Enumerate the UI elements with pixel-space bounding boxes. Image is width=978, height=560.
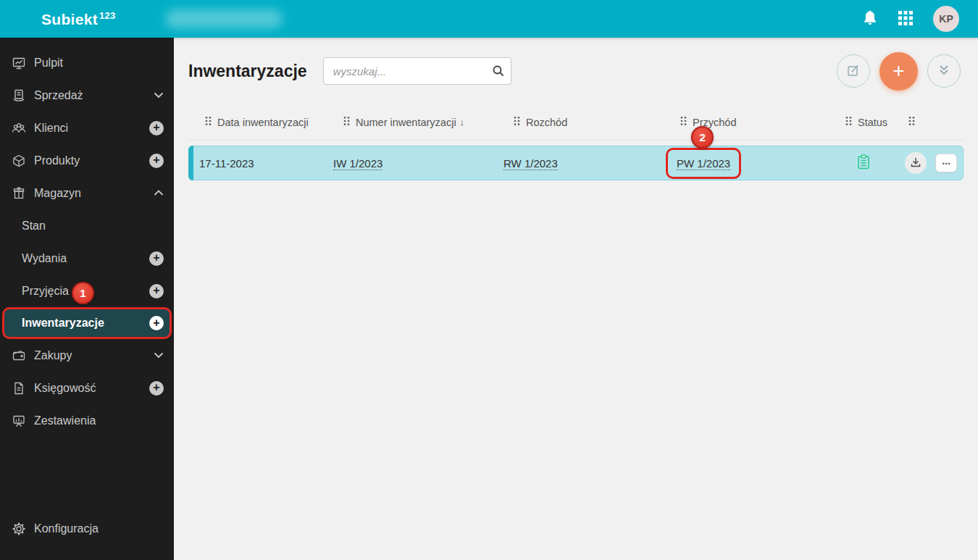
user-avatar[interactable]: KP [933,6,959,32]
app-logo: Subiekt123 [41,10,116,28]
dashboard-icon [10,56,28,70]
annotation-step-1-badge: 1 [72,282,94,304]
sidebar-item-produkty[interactable]: Produkty + [0,144,174,177]
column-label: Status [858,117,887,128]
sidebar-item-zestawienia[interactable]: Zestawienia [0,404,174,437]
status-completed-icon [857,154,870,172]
plus-icon: + [893,61,904,81]
drag-handle-icon[interactable] [343,116,350,128]
sidebar-item-stan[interactable]: Stan [0,209,174,242]
sidebar-item-sprzedaz[interactable]: Sprzedaż [0,79,174,112]
inventory-document-link[interactable]: IW 1/2023 [333,157,383,170]
sidebar-item-zakupy[interactable]: Zakupy [0,339,174,372]
edit-button[interactable] [837,54,870,88]
add-wydania-button[interactable]: + [149,251,164,266]
download-button[interactable] [905,152,927,174]
sidebar-gap [0,437,174,512]
sidebar-item-konfiguracja[interactable]: Konfiguracja [0,512,174,545]
drag-handle-icon[interactable] [845,116,852,128]
main-content: Inwentaryzacje + Data [174,38,978,560]
header-actions: + [837,52,961,91]
bell-icon [862,9,878,29]
table-row[interactable]: 17-11-2023 IW 1/2023 RW 1/2023 PW 1/2023… [188,146,964,180]
topbar-right-group: KP [862,0,959,38]
notifications-button[interactable] [862,9,878,29]
row-more-button[interactable]: ... [935,154,957,172]
inventory-table: Data inwentaryzacji Numer inwentaryzacji… [188,104,964,180]
drag-handle-icon[interactable] [680,116,687,128]
gear-icon [10,522,28,536]
cell-status [835,154,893,172]
sidebar-item-pulpit[interactable]: Pulpit [0,46,174,79]
sidebar-item-wydania[interactable]: Wydania + [0,242,174,275]
sidebar-nav: Pulpit Sprzedaż Klienci + Produkty + Mag… [0,38,174,560]
column-label: Numer inwentaryzacji [356,117,456,128]
drag-handle-icon[interactable] [514,116,520,128]
add-klienci-button[interactable]: + [149,121,164,135]
page-header: Inwentaryzacje + [174,38,978,104]
add-przyjecia-button[interactable]: + [149,284,164,298]
add-produkty-button[interactable]: + [149,154,164,168]
sidebar-item-klienci[interactable]: Klienci + [0,112,174,144]
column-header-date[interactable]: Data inwentaryzacji [188,116,327,128]
outflow-document-link[interactable]: RW 1/2023 [503,157,558,170]
chevron-down-icon[interactable] [154,92,164,99]
plus-circle-icon: + [149,316,164,330]
annotation-step-2-box: PW 1/2023 2 [666,148,741,179]
column-header-inflow[interactable]: Przychód [664,116,834,128]
cell-actions: ... [893,152,963,174]
app-logo-text: Subiekt [41,11,98,28]
add-button[interactable]: + [879,52,918,91]
plus-circle-icon: + [149,154,164,168]
sidebar-item-label: Magazyn [34,187,81,200]
sidebar-item-label: Pulpit [34,57,63,70]
plus-circle-icon: + [149,121,164,135]
sidebar-item-label: Inwentaryzacje [22,317,104,330]
download-icon [910,156,921,170]
table-header-row: Data inwentaryzacji Numer inwentaryzacji… [188,104,964,141]
column-header-outflow[interactable]: Rozchód [497,116,664,128]
column-label: Rozchód [526,117,567,128]
drag-handle-icon[interactable] [205,116,212,128]
sidebar-item-label: Konfiguracja [34,522,99,535]
apps-grid-icon [898,10,914,28]
search-box [323,57,511,85]
ellipsis-icon: ... [942,156,950,166]
add-ksiegowosc-button[interactable]: + [149,381,164,396]
cell-number: IW 1/2023 [327,157,498,170]
chevron-down-icon[interactable] [154,352,164,359]
avatar-initials: KP [939,13,953,25]
apps-grid-button[interactable] [898,10,914,28]
double-chevron-down-icon [936,63,952,80]
sidebar-item-magazyn[interactable]: Magazyn [0,177,174,209]
column-label: Data inwentaryzacji [217,117,309,128]
drag-handle-icon[interactable] [908,116,915,128]
clients-icon [10,121,28,135]
column-header-status[interactable]: Status [834,116,892,128]
sidebar-item-inwentaryzacje[interactable]: Inwentaryzacje + [2,307,172,339]
sidebar-item-label: Wydania [22,252,67,265]
search-input[interactable] [323,57,511,85]
products-icon [10,154,28,168]
reports-icon [10,414,28,428]
sidebar-item-label: Produkty [34,154,80,167]
search-icon[interactable] [492,64,505,80]
chevron-up-icon[interactable] [154,190,164,196]
accounting-icon [10,381,28,396]
add-inwentaryzacje-button[interactable]: + [149,316,164,330]
sort-descending-icon: ↓ [460,117,465,128]
page-title: Inwentaryzacje [188,62,307,81]
sidebar-item-label: Klienci [34,122,68,135]
purchases-icon [10,348,28,363]
topbar: Subiekt123 KP [0,0,978,38]
sidebar-item-label: Sprzedaż [34,89,83,102]
expand-all-button[interactable] [927,54,961,88]
warehouse-icon [10,186,28,201]
annotation-step-2-badge: 2 [691,126,714,149]
column-header-actions[interactable] [892,116,964,128]
inflow-document-link[interactable]: PW 1/2023 [677,157,730,170]
column-header-number[interactable]: Numer inwentaryzacji↓ [327,116,497,128]
sidebar-item-label: Stan [22,220,46,233]
blurred-company-name [165,9,283,28]
sidebar-item-ksiegowosc[interactable]: Księgowość + [0,372,174,404]
